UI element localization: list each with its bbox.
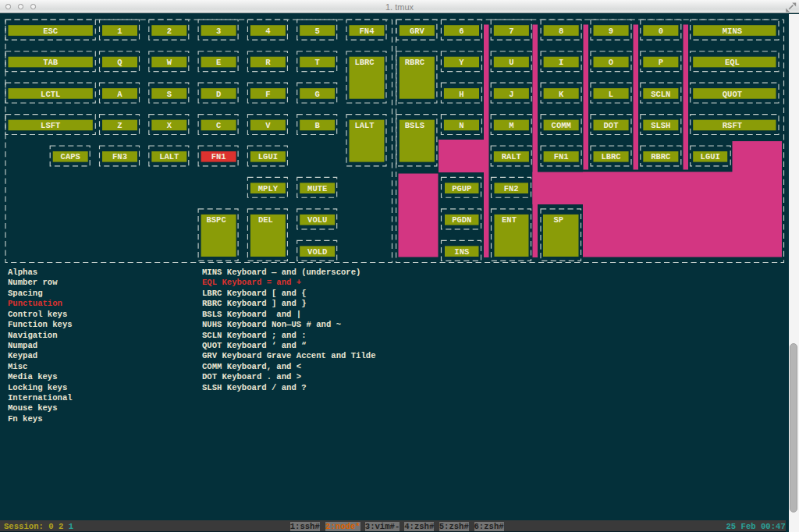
svg-text:5: 5	[315, 27, 320, 36]
svg-text:9: 9	[609, 27, 613, 36]
svg-text:LALT: LALT	[159, 152, 179, 161]
svg-text:F: F	[265, 90, 270, 99]
svg-text:RALT: RALT	[502, 152, 521, 161]
svg-text:FN1: FN1	[211, 152, 226, 161]
svg-text:RBRC: RBRC	[405, 58, 425, 67]
svg-text:LBRC: LBRC	[601, 152, 621, 161]
svg-text:R: R	[265, 58, 271, 67]
svg-text:COMM: COMM	[552, 121, 571, 130]
svg-text:LALT: LALT	[354, 121, 374, 130]
svg-text:BSPC: BSPC	[206, 215, 226, 225]
svg-text:T: T	[315, 58, 320, 67]
svg-text:EQL: EQL	[725, 58, 740, 67]
svg-text:CAPS: CAPS	[61, 152, 80, 161]
svg-text:VOLD: VOLD	[307, 247, 327, 257]
svg-text:LGUI: LGUI	[701, 152, 720, 161]
svg-text:A: A	[117, 90, 123, 99]
svg-text:X: X	[167, 121, 172, 130]
svg-text:Z: Z	[117, 121, 122, 130]
svg-text:MPLY: MPLY	[258, 184, 279, 193]
svg-text:H: H	[459, 90, 463, 99]
svg-text:GRV: GRV	[410, 27, 425, 36]
svg-text:LGUI: LGUI	[258, 152, 278, 161]
svg-text:SLSH: SLSH	[651, 121, 670, 130]
svg-text:SCLN: SCLN	[651, 90, 670, 99]
svg-text:E: E	[216, 58, 221, 67]
svg-text:FN2: FN2	[504, 184, 519, 193]
svg-text:N: N	[459, 121, 463, 130]
svg-text:K: K	[559, 90, 564, 99]
svg-text:FN3: FN3	[112, 152, 127, 161]
svg-text:SP: SP	[553, 215, 563, 225]
svg-text:MINS: MINS	[723, 27, 742, 36]
svg-text:B: B	[315, 121, 321, 130]
svg-text:C: C	[216, 121, 222, 130]
svg-text:PGDN: PGDN	[452, 215, 471, 225]
svg-text:U: U	[509, 58, 513, 67]
svg-text:Q: Q	[117, 58, 122, 67]
svg-text:PGUP: PGUP	[452, 184, 471, 193]
svg-text:6: 6	[459, 27, 463, 36]
svg-text:J: J	[509, 90, 513, 99]
svg-text:FN4: FN4	[360, 27, 375, 36]
svg-text:LSFT: LSFT	[41, 121, 60, 130]
svg-text:O: O	[609, 58, 613, 67]
svg-text:DOT: DOT	[604, 121, 619, 130]
svg-text:G: G	[315, 90, 320, 99]
svg-text:Y: Y	[459, 58, 464, 67]
svg-text:M: M	[509, 121, 513, 130]
svg-text:VOLU: VOLU	[307, 215, 327, 225]
svg-text:L: L	[609, 90, 613, 99]
svg-text:LBRC: LBRC	[354, 58, 375, 67]
svg-text:ENT: ENT	[502, 215, 517, 225]
svg-text:TAB: TAB	[43, 58, 59, 67]
svg-text:FN1: FN1	[554, 152, 569, 161]
svg-text:RBRC: RBRC	[651, 152, 671, 161]
svg-text:INS: INS	[454, 247, 469, 257]
svg-text:LCTL: LCTL	[41, 90, 60, 99]
svg-text:MUTE: MUTE	[307, 184, 327, 193]
svg-text:1: 1	[117, 27, 122, 36]
svg-text:7: 7	[509, 27, 513, 36]
svg-text:BSLS: BSLS	[405, 121, 424, 130]
svg-text:2: 2	[167, 27, 172, 36]
svg-text:DEL: DEL	[258, 215, 273, 225]
svg-text:RSFT: RSFT	[723, 121, 742, 130]
svg-text:I: I	[559, 58, 563, 67]
svg-text:QUOT: QUOT	[723, 90, 742, 99]
svg-text:ESC: ESC	[43, 27, 59, 36]
svg-text:W: W	[167, 58, 172, 67]
svg-text:0: 0	[659, 27, 663, 36]
svg-text:4: 4	[265, 27, 270, 36]
svg-text:S: S	[167, 90, 172, 99]
svg-text:V: V	[265, 121, 271, 130]
svg-text:3: 3	[216, 27, 221, 36]
svg-text:8: 8	[559, 27, 563, 36]
svg-text:D: D	[216, 90, 221, 99]
svg-text:P: P	[659, 58, 663, 67]
